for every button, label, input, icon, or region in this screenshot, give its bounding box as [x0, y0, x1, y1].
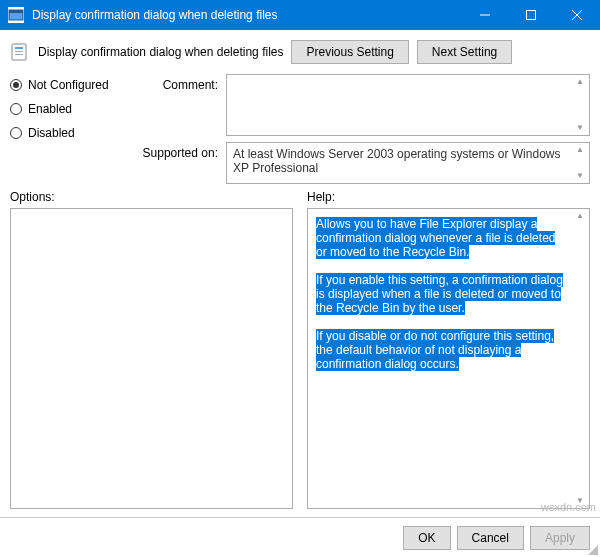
svg-rect-1: [9, 10, 23, 13]
state-radio-group: Not Configured Enabled Disabled: [10, 74, 130, 184]
comment-label: Comment:: [138, 74, 218, 136]
radio-enabled[interactable]: Enabled: [10, 102, 130, 116]
ok-button[interactable]: OK: [403, 526, 450, 550]
previous-setting-button[interactable]: Previous Setting: [291, 40, 408, 64]
radio-not-configured[interactable]: Not Configured: [10, 78, 130, 92]
comment-textarea[interactable]: ▲▼: [226, 74, 590, 136]
radio-icon: [10, 103, 22, 115]
help-text: If you disable or do not configure this …: [316, 329, 554, 371]
options-label: Options:: [10, 190, 293, 204]
help-text: If you enable this setting, a confirmati…: [316, 273, 563, 315]
radio-label: Enabled: [28, 102, 72, 116]
policy-window-icon: [8, 7, 24, 23]
scrollbar[interactable]: ▲▼: [573, 145, 587, 181]
radio-icon: [10, 127, 22, 139]
svg-rect-7: [15, 47, 23, 49]
scrollbar[interactable]: ▲▼: [573, 77, 587, 133]
apply-button[interactable]: Apply: [530, 526, 590, 550]
scrollbar[interactable]: ▲▼: [573, 211, 587, 506]
next-setting-button[interactable]: Next Setting: [417, 40, 512, 64]
help-label: Help:: [307, 190, 590, 204]
svg-rect-3: [527, 11, 536, 20]
options-panel: [10, 208, 293, 509]
help-text: Allows you to have File Explorer display…: [316, 217, 555, 259]
minimize-button[interactable]: [462, 0, 508, 30]
supported-on-label: Supported on:: [138, 142, 218, 184]
policy-title: Display confirmation dialog when deletin…: [38, 45, 283, 59]
supported-on-text: At least Windows Server 2003 operating s…: [226, 142, 590, 184]
radio-icon: [10, 79, 22, 91]
close-button[interactable]: [554, 0, 600, 30]
cancel-button[interactable]: Cancel: [457, 526, 524, 550]
titlebar: Display confirmation dialog when deletin…: [0, 0, 600, 30]
policy-icon: [10, 42, 30, 62]
svg-rect-9: [15, 54, 23, 55]
dialog-footer: OK Cancel Apply: [0, 517, 600, 557]
help-panel[interactable]: Allows you to have File Explorer display…: [307, 208, 590, 509]
radio-label: Disabled: [28, 126, 75, 140]
resize-grip-icon[interactable]: [586, 543, 598, 555]
radio-label: Not Configured: [28, 78, 109, 92]
maximize-button[interactable]: [508, 0, 554, 30]
window-title: Display confirmation dialog when deletin…: [32, 8, 462, 22]
radio-disabled[interactable]: Disabled: [10, 126, 130, 140]
svg-rect-8: [15, 51, 23, 52]
